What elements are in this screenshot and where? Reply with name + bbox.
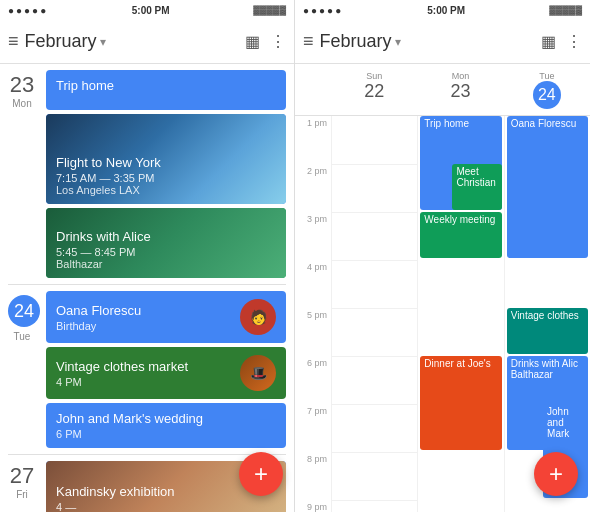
wev-title: Oana Florescu	[511, 118, 577, 129]
fab-left[interactable]: +	[239, 452, 283, 496]
week-event-weekly-meeting[interactable]: Weekly meeting	[420, 212, 501, 258]
more-icon-left[interactable]: ⋮	[270, 32, 286, 51]
drinks-title: Drinks with Alice	[56, 229, 276, 244]
fab-right[interactable]: +	[534, 452, 578, 496]
wev-title: Weekly meeting	[424, 214, 495, 225]
dropdown-arrow-right: ▾	[395, 35, 401, 49]
wev-title: Drinks with Alic Balthazar	[511, 358, 578, 380]
dropdown-arrow-left: ▾	[100, 35, 106, 49]
calendar-icon-left[interactable]: ▦	[245, 32, 260, 51]
event-trip-home[interactable]: Trip home	[46, 70, 286, 110]
time-right: 5:00 PM	[427, 5, 465, 16]
kandinsky-content: Kandinsky exhibition 4 —	[56, 484, 276, 512]
wev-title: Trip home	[424, 118, 469, 129]
flight-loc: Los Angeles LAX	[56, 184, 276, 196]
day-label-24: 24 Tue	[0, 285, 42, 454]
time-left: 5:00 PM	[132, 5, 170, 16]
time-gutter-header	[295, 64, 331, 115]
oana-title: Oana Florescu	[56, 303, 240, 318]
toolbar-right: ≡ February ▾ ▦ ⋮	[295, 20, 590, 64]
wedding-time: 6 PM	[56, 428, 276, 440]
week-view: ●●●●● 5:00 PM ▓▓▓▓▓ ≡ February ▾ ▦ ⋮ Sun…	[295, 0, 590, 512]
hl	[332, 452, 417, 453]
event-drinks[interactable]: Drinks with Alice 5:45 — 8:45 PM Balthaz…	[46, 208, 286, 278]
hl	[332, 500, 417, 501]
mon-num: 23	[419, 81, 501, 103]
day-num-24: 24	[8, 295, 40, 327]
day-events-24: Oana Florescu Birthday 🧑 Vintage clothes…	[42, 285, 294, 454]
day-name-24: Tue	[8, 331, 36, 342]
mon-name: Mon	[452, 71, 470, 81]
day-label-23: 23 Mon	[0, 64, 42, 284]
time-9pm: 9 pm	[295, 500, 331, 512]
menu-icon-left[interactable]: ≡	[8, 31, 19, 52]
event-oana[interactable]: Oana Florescu Birthday 🧑	[46, 291, 286, 343]
hl	[332, 164, 417, 165]
more-icon-right[interactable]: ⋮	[566, 32, 582, 51]
wev-title: Dinner at Joe's	[424, 358, 490, 369]
menu-icon-right[interactable]: ≡	[303, 31, 314, 52]
event-flight[interactable]: Flight to New York 7:15 AM — 3:35 PM Los…	[46, 114, 286, 204]
hl	[332, 260, 417, 261]
flight-time: 7:15 AM — 3:35 PM	[56, 172, 276, 184]
oana-avatar: 🧑	[240, 299, 276, 335]
status-bar-right: ●●●●● 5:00 PM ▓▓▓▓▓	[295, 0, 590, 20]
day-events-23: Trip home Flight to New York 7:15 AM — 3…	[42, 64, 294, 284]
kandinsky-time: 4 —	[56, 501, 276, 512]
time-gutter: 1 pm 2 pm 3 pm 4 pm 5 pm 6 pm 7 pm 8 pm …	[295, 116, 331, 512]
vintage-info: Vintage clothes market 4 PM	[56, 359, 240, 388]
week-event-dinner[interactable]: Dinner at Joe's	[420, 356, 501, 450]
week-col-1-grid: Trip home Meet Christian Weekly meeting …	[418, 116, 503, 512]
time-4pm: 4 pm	[295, 260, 331, 308]
time-7pm: 7 pm	[295, 404, 331, 452]
right-phone: ●●●●● 5:00 PM ▓▓▓▓▓ ≡ February ▾ ▦ ⋮ Sun…	[295, 0, 590, 512]
day-label-27: 27 Fri	[0, 455, 42, 512]
week-col-tue: Tue 24	[504, 64, 590, 115]
week-col-1: Trip home Meet Christian Weekly meeting …	[417, 116, 503, 512]
tue-name: Tue	[539, 71, 554, 81]
toolbar-title-left[interactable]: February ▾	[25, 31, 235, 52]
week-event-vintage-week[interactable]: Vintage clothes	[507, 308, 588, 354]
sun-name: Sun	[366, 71, 382, 81]
hl	[332, 212, 417, 213]
tue-num: 24	[533, 81, 561, 109]
status-bar-left: ●●●●● 5:00 PM ▓▓▓▓▓	[0, 0, 294, 20]
wedding-title: John and Mark's wedding	[56, 411, 276, 426]
hl	[332, 356, 417, 357]
week-event-oana[interactable]: Oana Florescu	[507, 116, 588, 258]
week-col-0	[331, 116, 417, 512]
week-day-headers: Sun 22 Mon 23 Tue 24	[295, 64, 590, 116]
month-title-left: February	[25, 31, 97, 52]
battery-left: ▓▓▓▓▓	[253, 5, 286, 15]
signal-dots: ●●●●●	[8, 5, 48, 16]
wev-title: John and Mark	[547, 406, 569, 439]
signal-dots-right: ●●●●●	[303, 5, 343, 16]
day-num-23: 23	[8, 74, 36, 96]
wev-title: Vintage clothes	[511, 310, 579, 321]
battery-right: ▓▓▓▓▓	[549, 5, 582, 15]
day-section-24: 24 Tue Oana Florescu Birthday 🧑	[0, 285, 294, 454]
event-wedding[interactable]: John and Mark's wedding 6 PM	[46, 403, 286, 448]
vintage-title: Vintage clothes market	[56, 359, 240, 374]
day-num-27: 27	[8, 465, 36, 487]
schedule-view: ●●●●● 5:00 PM ▓▓▓▓▓ ≡ February ▾ ▦ ⋮ 23 …	[0, 0, 295, 512]
week-event-meet-christian[interactable]: Meet Christian	[452, 164, 501, 210]
time-2pm: 2 pm	[295, 164, 331, 212]
event-vintage[interactable]: Vintage clothes market 4 PM 🎩	[46, 347, 286, 399]
time-8pm: 8 pm	[295, 452, 331, 500]
week-col-mon: Mon 23	[417, 64, 503, 115]
time-5pm: 5 pm	[295, 308, 331, 356]
day-section-23: 23 Mon Trip home Flight to New York 7:15…	[0, 64, 294, 284]
time-3pm: 3 pm	[295, 212, 331, 260]
hl	[332, 404, 417, 405]
week-grid: 1 pm 2 pm 3 pm 4 pm 5 pm 6 pm 7 pm 8 pm …	[295, 116, 590, 512]
drinks-time: 5:45 — 8:45 PM	[56, 246, 276, 258]
calendar-icon-right[interactable]: ▦	[541, 32, 556, 51]
toolbar-title-right[interactable]: February ▾	[320, 31, 531, 52]
vintage-time: 4 PM	[56, 376, 240, 388]
drinks-loc: Balthazar	[56, 258, 276, 270]
month-title-right: February	[320, 31, 392, 52]
wev-title: Meet Christian	[456, 166, 495, 188]
flight-title: Flight to New York	[56, 155, 276, 170]
event-title: Trip home	[56, 78, 114, 93]
